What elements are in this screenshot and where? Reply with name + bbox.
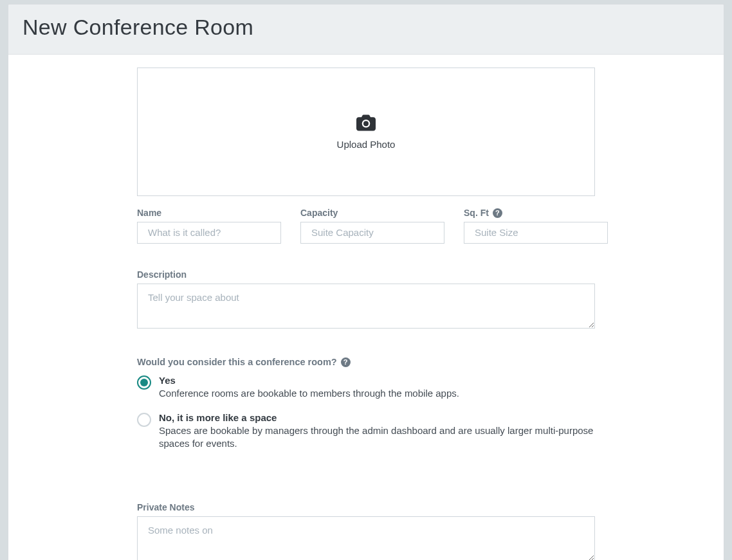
private-notes-label: Private Notes bbox=[137, 502, 595, 512]
page-header: New Conference Room bbox=[8, 5, 724, 54]
radio-text-no: No, it is more like a space Spaces are b… bbox=[159, 412, 595, 451]
name-label: Name bbox=[137, 208, 281, 218]
radio-option-yes[interactable]: Yes Conference rooms are bookable to mem… bbox=[137, 375, 595, 401]
capacity-field: Capacity bbox=[300, 208, 444, 244]
name-field: Name bbox=[137, 208, 281, 244]
radio-desc-no: Spaces are bookable by managers through … bbox=[159, 424, 595, 451]
conference-question-section: Would you consider this a conference roo… bbox=[137, 357, 595, 451]
radio-option-no[interactable]: No, it is more like a space Spaces are b… bbox=[137, 412, 595, 451]
radio-title-yes: Yes bbox=[159, 375, 595, 386]
upload-photo-box[interactable]: Upload Photo bbox=[137, 68, 595, 196]
private-notes-textarea[interactable] bbox=[137, 516, 595, 560]
sqft-label: Sq. Ft ? bbox=[464, 208, 608, 218]
help-icon[interactable]: ? bbox=[341, 357, 351, 367]
description-label: Description bbox=[137, 269, 595, 280]
capacity-label: Capacity bbox=[300, 208, 444, 218]
page-title: New Conference Room bbox=[23, 15, 709, 40]
form-body: Upload Photo Name Capacity Sq. Ft ? Des bbox=[8, 54, 724, 560]
radio-title-no: No, it is more like a space bbox=[159, 412, 595, 423]
private-notes-section: Private Notes bbox=[137, 502, 595, 560]
page-sheet: New Conference Room Upload Photo Name Ca… bbox=[8, 4, 724, 560]
sqft-field: Sq. Ft ? bbox=[464, 208, 608, 244]
conference-question-label: Would you consider this a conference roo… bbox=[137, 357, 595, 367]
conference-question-text: Would you consider this a conference roo… bbox=[137, 357, 337, 367]
radio-desc-yes: Conference rooms are bookable to members… bbox=[159, 387, 595, 401]
help-icon[interactable]: ? bbox=[493, 208, 502, 218]
radio-text-yes: Yes Conference rooms are bookable to mem… bbox=[159, 375, 595, 401]
sqft-label-text: Sq. Ft bbox=[464, 208, 489, 218]
radio-circle-icon bbox=[137, 375, 151, 390]
description-section: Description bbox=[137, 269, 595, 331]
radio-circle-icon bbox=[137, 413, 151, 427]
svg-point-1 bbox=[363, 121, 369, 126]
sqft-input[interactable] bbox=[464, 222, 608, 244]
description-textarea[interactable] bbox=[137, 284, 595, 329]
basic-fields-row: Name Capacity Sq. Ft ? bbox=[137, 208, 595, 244]
capacity-input[interactable] bbox=[300, 222, 444, 244]
upload-photo-label: Upload Photo bbox=[337, 139, 396, 150]
name-input[interactable] bbox=[137, 222, 281, 244]
camera-icon bbox=[356, 114, 376, 134]
